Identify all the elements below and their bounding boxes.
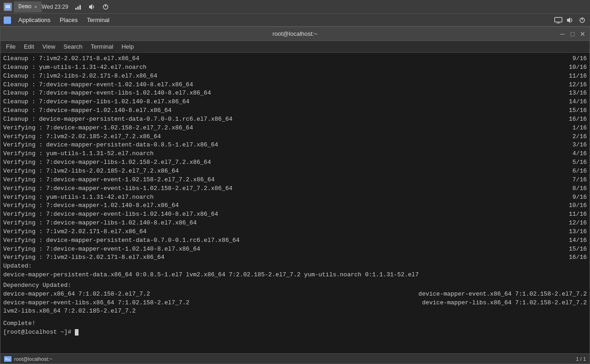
cleanup-line: Cleanup : 7:lvm2-libs-2.02.171-8.el7.x86… <box>3 72 587 81</box>
power-panel-icon[interactable] <box>578 16 586 24</box>
maximize-button[interactable]: □ <box>568 30 577 38</box>
help-menu[interactable]: Help <box>118 42 138 51</box>
terminal-content[interactable]: Cleanup : 7:lvm2-2.02.171-8.el7.x86_649/… <box>0 53 590 353</box>
power-icon[interactable] <box>101 3 110 11</box>
volume-icon[interactable] <box>88 3 96 11</box>
terminal-bottombar: root@localhost:~ 1 / 1 <box>0 353 590 364</box>
app-icon <box>4 3 12 11</box>
terminal-window: root@localhost:~ ─ □ ✕ File Edit View Se… <box>0 27 590 364</box>
dep-line3: lvm2-libs.x86_64 7:2.02.185-2.el7_7.2 <box>3 307 587 316</box>
search-menu[interactable]: Search <box>60 42 86 51</box>
verifying-line: Verifying : 7:lvm2-2.02.185-2.el7_7.2.x8… <box>3 133 587 141</box>
cleanup-line: Cleanup : 7:device-mapper-event-1.02.140… <box>3 81 587 90</box>
terminal-menu[interactable]: Terminal <box>83 16 113 24</box>
svg-rect-4 <box>77 6 79 10</box>
file-menu[interactable]: File <box>2 42 19 51</box>
tab-label: Demo <box>18 4 32 10</box>
verifying-line: Verifying : yum-utils-1.1.31-42.el7.noar… <box>3 193 587 202</box>
places-menu[interactable]: Places <box>56 16 81 24</box>
dep-line1-right: device-mapper-event.x86_64 7:1.02.158-2.… <box>418 290 587 299</box>
verifying-line: Verifying : 7:lvm2-2.02.171-8.el7.x86_64… <box>3 228 587 236</box>
terminal-title: root@localhost:~ <box>272 30 317 37</box>
svg-rect-1 <box>6 6 10 6</box>
edit-menu[interactable]: Edit <box>20 42 38 51</box>
updated-header: Updated: <box>3 262 587 271</box>
dep-line2-right: device-mapper-libs.x86_64 7:1.02.158-2.e… <box>422 299 587 308</box>
bottom-terminal-icon <box>4 356 11 362</box>
verifying-line: Verifying : 7:device-mapper-libs-1.02.14… <box>3 219 587 228</box>
svg-marker-12 <box>567 17 570 23</box>
prompt: [root@localhost ~]# <box>3 329 75 336</box>
verifying-lines: Verifying : 7:device-mapper-1.02.158-2.e… <box>3 124 587 263</box>
panel-right <box>554 16 586 24</box>
verifying-line: Verifying : 7:lvm2-libs-2.02.171-8.el7.x… <box>3 253 587 262</box>
prompt-line: [root@localhost ~]# <box>3 328 587 337</box>
cleanup-line: Cleanup : 7:lvm2-2.02.171-8.el7.x86_649/… <box>3 55 587 63</box>
bottom-page: 1 / 1 <box>576 356 586 362</box>
gnome-icon <box>4 17 11 24</box>
verifying-line: Verifying : yum-utils-1.1.31-52.el7.noar… <box>3 150 587 158</box>
clock: Wed 23:29 <box>42 4 68 10</box>
svg-rect-5 <box>79 5 81 10</box>
cursor <box>75 329 79 336</box>
svg-marker-6 <box>89 4 92 10</box>
taskbar-left: Demo ✕ <box>4 1 42 12</box>
verifying-line: Verifying : 7:device-mapper-libs-1.02.15… <box>3 158 587 167</box>
verifying-line: Verifying : 7:device-mapper-1.02.158-2.e… <box>3 124 587 133</box>
updated-line: device-mapper-persistent-data.x86_64 0:0… <box>3 271 587 280</box>
cleanup-line: Cleanup : 7:device-mapper-libs-1.02.140-… <box>3 98 587 106</box>
svg-rect-15 <box>5 357 11 361</box>
dep-line1: device-mapper.x86_64 7:1.02.158-2.el7_7.… <box>3 290 587 299</box>
display-icon[interactable] <box>554 16 562 24</box>
minimize-button[interactable]: ─ <box>558 30 567 38</box>
updated-section: Updated: device-mapper-persistent-data.x… <box>3 262 587 280</box>
verifying-line: Verifying : 7:lvm2-libs-2.02.185-2.el7_7… <box>3 167 587 176</box>
dependency-section: Dependency Updated: device-mapper.x86_64… <box>3 281 587 316</box>
verifying-line: Verifying : device-mapper-persistent-dat… <box>3 141 587 150</box>
titlebar-controls: ─ □ ✕ <box>558 30 587 38</box>
dep-line2-left: device-mapper-event-libs.x86_64 7:1.02.1… <box>3 299 190 308</box>
verifying-line: Verifying : 7:device-mapper-1.02.140-8.e… <box>3 202 587 210</box>
terminal-menubar: File Edit View Search Terminal Help <box>0 41 590 53</box>
verifying-line: Verifying : 7:device-mapper-event-1.02.1… <box>3 176 587 185</box>
close-button[interactable]: ✕ <box>579 30 587 38</box>
svg-rect-9 <box>555 17 562 22</box>
verifying-line: Verifying : 7:device-mapper-event-libs-1… <box>3 210 587 219</box>
cleanup-line: Cleanup : device-mapper-persistent-data-… <box>3 115 587 124</box>
applications-menu[interactable]: Applications <box>15 16 54 24</box>
taskbar: Demo ✕ Wed 23:29 <box>0 0 590 14</box>
svg-rect-3 <box>75 8 77 10</box>
cleanup-lines: Cleanup : 7:lvm2-2.02.171-8.el7.x86_649/… <box>3 55 587 124</box>
top-panel: Applications Places Terminal <box>0 14 590 27</box>
sound-panel-icon[interactable] <box>566 16 574 24</box>
svg-rect-2 <box>6 7 10 8</box>
tab-close-icon[interactable]: ✕ <box>34 4 37 10</box>
bottom-tab-label: root@localhost:~ <box>14 356 52 362</box>
verifying-line: Verifying : 7:device-mapper-event-libs-1… <box>3 185 587 193</box>
verifying-line: Verifying : device-mapper-persistent-dat… <box>3 236 587 245</box>
network-icon[interactable] <box>74 3 82 11</box>
view-menu[interactable]: View <box>39 42 59 51</box>
verifying-line: Verifying : 7:device-mapper-event-1.02.1… <box>3 245 587 254</box>
cleanup-line: Cleanup : 7:device-mapper-event-libs-1.0… <box>3 89 587 98</box>
terminal-menu-item[interactable]: Terminal <box>87 42 117 51</box>
cleanup-line: Cleanup : yum-utils-1.1.31-42.el7.noarch… <box>3 63 587 72</box>
dependency-header: Dependency Updated: <box>3 281 587 290</box>
dep-line2: device-mapper-event-libs.x86_64 7:1.02.1… <box>3 299 587 308</box>
dep-line1-left: device-mapper.x86_64 7:1.02.158-2.el7_7.… <box>3 290 150 299</box>
cleanup-line: Cleanup : 7:device-mapper-1.02.140-8.el7… <box>3 106 587 115</box>
complete-text: Complete! <box>3 319 587 328</box>
demo-tab[interactable]: Demo ✕ <box>14 1 42 12</box>
terminal-titlebar: root@localhost:~ ─ □ ✕ <box>0 27 590 41</box>
taskbar-right: Wed 23:29 <box>42 3 110 11</box>
